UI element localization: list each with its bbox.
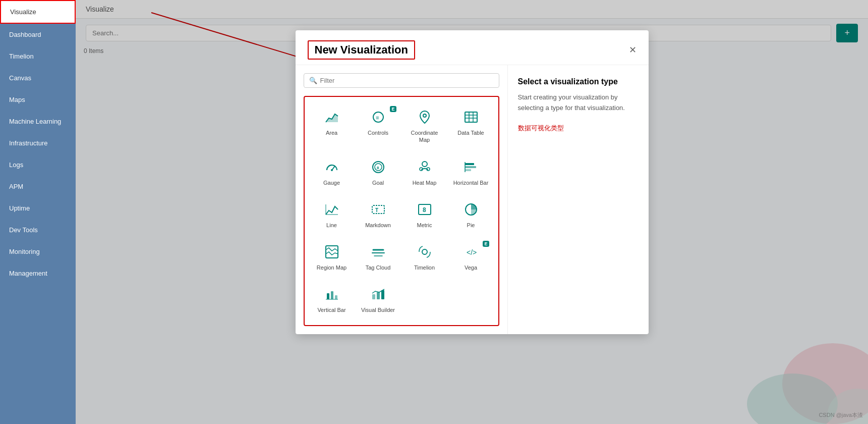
sidebar-item-uptime[interactable]: Uptime xyxy=(0,197,76,219)
sidebar-item-management[interactable]: Management xyxy=(0,262,76,284)
viz-item-goal[interactable]: 8 Goal xyxy=(356,152,400,192)
svg-rect-23 xyxy=(465,166,476,168)
viz-tag-cloud-label: Tag Cloud xyxy=(366,264,391,271)
filter-search-icon: 🔍 xyxy=(309,77,317,84)
watermark: CSDN @java本渣 xyxy=(819,411,863,419)
svg-rect-24 xyxy=(465,169,471,171)
sidebar-item-apm[interactable]: APM xyxy=(0,176,76,197)
sidebar-item-infrastructure[interactable]: Infrastructure xyxy=(0,132,76,154)
controls-icon: ≡ xyxy=(369,108,387,126)
viz-region-map-label: Region Map xyxy=(317,264,346,271)
svg-text:8: 8 xyxy=(377,166,379,170)
sidebar-item-devtools[interactable]: Dev Tools xyxy=(0,219,76,241)
tag-cloud-icon xyxy=(369,243,387,261)
vega-icon: </> xyxy=(462,243,480,261)
viz-markdown-label: Markdown xyxy=(365,222,391,229)
description-title: Select a visualization type xyxy=(518,77,639,86)
description-text: Start creating your visualization by sel… xyxy=(518,92,639,114)
viz-vega-label: Vega xyxy=(465,264,477,271)
viz-coordinate-map-label: CoordinateMap xyxy=(411,129,438,144)
horizontal-bar-icon xyxy=(462,158,480,176)
viz-item-line[interactable]: Line xyxy=(310,194,354,235)
svg-rect-41 xyxy=(335,295,337,299)
svg-point-8 xyxy=(423,114,426,117)
sidebar-item-ml[interactable]: Machine Learning xyxy=(0,111,76,132)
area-icon xyxy=(323,108,341,126)
svg-rect-44 xyxy=(377,292,380,299)
sidebar: Visualize Dashboard Timelion Canvas Maps… xyxy=(0,0,76,424)
visualization-type-panel: 🔍 xyxy=(296,65,507,334)
viz-heat-map-label: Heat Map xyxy=(413,179,437,186)
sidebar-item-visualize[interactable]: Visualize xyxy=(0,0,76,24)
viz-item-coordinate-map[interactable]: CoordinateMap xyxy=(402,102,447,150)
svg-point-37 xyxy=(422,249,427,254)
svg-text:8: 8 xyxy=(423,206,426,214)
vertical-bar-icon xyxy=(323,285,341,303)
modal-title: New Visualization xyxy=(308,40,415,60)
viz-data-table-label: Data Table xyxy=(457,129,484,136)
annotation-chinese: 数据可视化类型 xyxy=(518,124,639,133)
filter-input[interactable] xyxy=(320,77,494,84)
svg-rect-39 xyxy=(327,293,329,299)
heat-map-icon xyxy=(416,158,434,176)
viz-item-area[interactable]: Area xyxy=(310,102,354,150)
viz-item-horizontal-bar[interactable]: Horizontal Bar xyxy=(449,152,493,192)
controls-badge: E xyxy=(390,106,396,112)
markdown-icon: T xyxy=(369,200,387,219)
modal-close-button[interactable]: ✕ xyxy=(629,44,636,56)
coordinate-map-icon xyxy=(416,108,434,126)
viz-grid-wrapper: Area E ≡ xyxy=(304,96,499,326)
viz-item-controls[interactable]: E ≡ Controls xyxy=(356,102,400,150)
viz-item-pie[interactable]: Pie xyxy=(449,194,493,235)
svg-text:≡: ≡ xyxy=(376,115,379,121)
timelion-icon xyxy=(416,243,434,261)
viz-item-vertical-bar[interactable]: Vertical Bar xyxy=(310,279,354,320)
svg-marker-5 xyxy=(326,114,338,122)
svg-rect-40 xyxy=(331,291,333,299)
viz-timelion-label: Timelion xyxy=(414,264,435,271)
svg-point-19 xyxy=(422,162,427,167)
svg-rect-9 xyxy=(465,112,477,122)
viz-goal-label: Goal xyxy=(372,179,384,186)
viz-grid: Area E ≡ xyxy=(310,102,493,320)
viz-item-markdown[interactable]: T Markdown xyxy=(356,194,400,235)
description-panel: Select a visualization type Start creati… xyxy=(507,65,649,334)
viz-item-vega[interactable]: E </> Vega xyxy=(449,237,493,277)
line-icon xyxy=(323,200,341,219)
metric-icon: 8 xyxy=(416,200,434,219)
data-table-icon xyxy=(462,108,480,126)
viz-item-region-map[interactable]: Region Map xyxy=(310,237,354,277)
modal-header: New Visualization ✕ xyxy=(296,30,649,65)
svg-rect-45 xyxy=(381,290,384,299)
viz-item-timelion[interactable]: Timelion xyxy=(402,237,447,277)
viz-horizontal-bar-label: Horizontal Bar xyxy=(453,179,489,186)
vega-badge: E xyxy=(483,241,489,247)
svg-rect-22 xyxy=(465,163,474,165)
goal-icon: 8 xyxy=(369,158,387,176)
filter-box: 🔍 xyxy=(304,73,499,88)
viz-item-metric[interactable]: 8 Metric xyxy=(402,194,447,235)
sidebar-item-logs[interactable]: Logs xyxy=(0,154,76,176)
viz-item-data-table[interactable]: Data Table xyxy=(449,102,493,150)
viz-pie-label: Pie xyxy=(467,222,475,229)
svg-text:</>: </> xyxy=(467,248,477,256)
viz-controls-label: Controls xyxy=(368,129,388,136)
sidebar-item-maps[interactable]: Maps xyxy=(0,89,76,111)
svg-rect-43 xyxy=(372,294,375,299)
gauge-icon xyxy=(323,158,341,176)
viz-item-heat-map[interactable]: Heat Map xyxy=(402,152,447,192)
sidebar-item-timelion[interactable]: Timelion xyxy=(0,45,76,67)
svg-point-15 xyxy=(331,169,333,171)
viz-item-visual-builder[interactable]: Visual Builder xyxy=(356,279,400,320)
viz-vertical-bar-label: Vertical Bar xyxy=(317,306,345,313)
sidebar-item-dashboard[interactable]: Dashboard xyxy=(0,24,76,45)
viz-gauge-label: Gauge xyxy=(323,179,340,186)
sidebar-item-monitoring[interactable]: Monitoring xyxy=(0,241,76,262)
region-map-icon xyxy=(323,243,341,261)
viz-item-tag-cloud[interactable]: Tag Cloud xyxy=(356,237,400,277)
viz-item-gauge[interactable]: Gauge xyxy=(310,152,354,192)
viz-area-label: Area xyxy=(326,129,337,136)
visual-builder-icon xyxy=(369,285,387,303)
new-visualization-modal: New Visualization ✕ 🔍 xyxy=(296,30,649,334)
sidebar-item-canvas[interactable]: Canvas xyxy=(0,67,76,89)
